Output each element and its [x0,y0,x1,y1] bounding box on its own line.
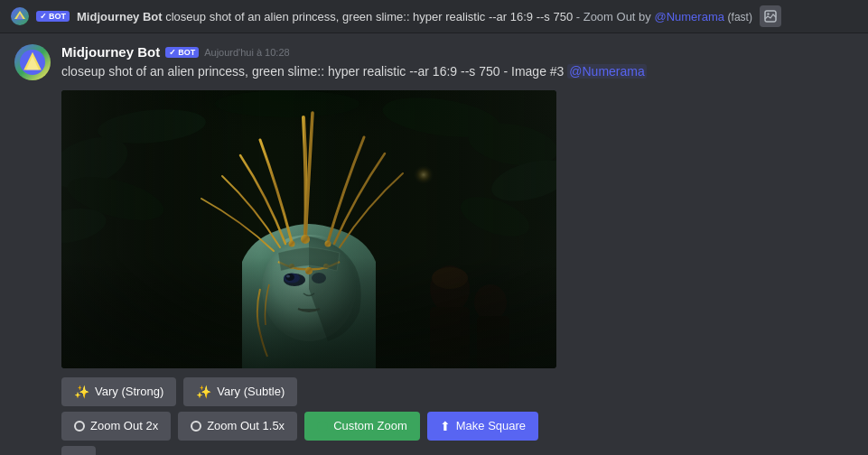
zoom-out-1-5x-label: Zoom Out 1.5x [207,419,285,432]
top-bar-fast-badge: (fast) [728,11,752,23]
vary-subtle-label: Vary (Subtle) [217,385,285,398]
top-bar-bot-label: BOT [49,12,66,21]
message-text: closeup shot of an alien princess, green… [61,63,854,81]
bot-label: BOT [178,48,195,57]
top-notification-bar: ✓ BOT Midjourney Bot closeup shot of an … [0,0,868,33]
vary-subtle-button[interactable]: ✨ Vary (Subtle) [183,377,297,406]
top-bar-bot-avatar [11,7,29,25]
make-square-icon: ⬆ [440,419,451,433]
top-bar-image-icon [760,5,781,27]
ai-generated-image[interactable] [61,90,556,368]
make-square-button[interactable]: ⬆ Make Square [427,412,538,441]
message-timestamp: Aujourd'hui à 10:28 [204,47,289,58]
web-button[interactable]: Web ↗ [103,446,151,455]
image-container [61,90,854,368]
bot-badge: ✓ BOT [165,47,199,58]
top-bar-checkmark: ✓ [40,12,47,21]
make-square-label: Make Square [456,419,526,432]
custom-zoom-icon [317,421,328,432]
message-header: Midjourney Bot ✓ BOT Aujourd'hui à 10:28 [61,44,854,60]
custom-zoom-button[interactable]: Custom Zoom [304,412,420,441]
heart-button[interactable]: ♥ [61,446,96,455]
zoom-out-1-5x-button[interactable]: Zoom Out 1.5x [178,412,297,441]
zoom-out-2x-label: Zoom Out 2x [90,419,158,432]
scene-background [61,90,556,368]
sender-name: Midjourney Bot [61,44,160,60]
message-prompt: closeup shot of an alien princess, green… [61,64,500,79]
zoom-out-2x-icon [74,421,85,432]
top-bar-bot-badge: ✓ BOT [36,11,70,22]
custom-zoom-label: Custom Zoom [333,419,407,432]
zoom-out-2x-button[interactable]: Zoom Out 2x [61,412,171,441]
vary-strong-button[interactable]: ✨ Vary (Strong) [61,377,176,406]
vary-strong-icon: ✨ [74,385,89,399]
vary-subtle-icon: ✨ [196,385,211,399]
message-area: Midjourney Bot ✓ BOT Aujourd'hui à 10:28… [0,33,868,455]
vary-strong-label: Vary (Strong) [95,385,163,398]
message-content: Midjourney Bot ✓ BOT Aujourd'hui à 10:28… [61,44,854,455]
message-mention: @Numerama [567,64,646,79]
message-image-num: - Image #3 [503,64,567,79]
avatar [14,44,51,80]
top-bar-content: Midjourney Bot closeup shot of an alien … [77,10,752,23]
top-bar-command: closeup shot of an alien princess, green… [165,10,573,23]
buttons-row-1: ✨ Vary (Strong) ✨ Vary (Subtle) [61,377,854,406]
zoom-out-1-5x-icon [191,421,201,432]
buttons-row-2: Zoom Out 2x Zoom Out 1.5x Custom Zoom ⬆ … [61,412,854,441]
bot-checkmark: ✓ [169,48,176,57]
svg-point-3 [767,13,769,14]
top-bar-zoom-out: - Zoom Out by [576,10,655,23]
top-bar-bot-name: Midjourney Bot [77,10,163,23]
buttons-row-3: ♥ Web ↗ [61,446,854,455]
top-bar-mention: @Numerama [654,10,724,23]
